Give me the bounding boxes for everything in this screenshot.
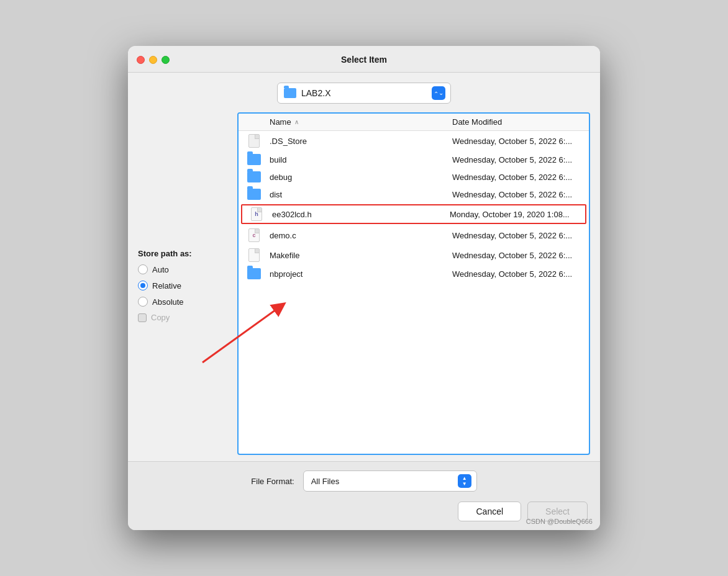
title-bar: Select Item [128,46,600,73]
radio-relative-btn[interactable] [138,281,148,290]
radio-absolute[interactable]: Absolute [138,297,230,307]
col-name-header[interactable]: Name ∧ [239,117,452,127]
c-file-icon: c [248,228,260,242]
checkbox-copy-btn[interactable] [138,313,147,322]
folder-dropdown[interactable]: LAB2.X [277,83,451,104]
button-row: Cancel Select [140,502,588,521]
makefile-icon [248,248,260,262]
watermark: CSDN @DoubleQ666 [526,518,593,525]
radio-auto[interactable]: Auto [138,264,230,274]
folder-file-icon [247,154,261,165]
chevron-updown-icon[interactable] [432,86,445,100]
generic-file-icon [248,134,260,148]
file-date: Monday, October 19, 2020 1:08... [450,210,586,219]
file-name: demo.c [270,231,452,240]
table-row[interactable]: c demo.c Wednesday, October 5, 2022 6:..… [239,225,589,245]
file-icon-col [239,189,270,200]
file-list: .DS_Store Wednesday, October 5, 2022 6:.… [239,131,589,454]
file-date: Wednesday, October 5, 2022 6:... [452,269,589,279]
table-row[interactable]: build Wednesday, October 5, 2022 6:... [239,151,589,168]
file-date: Wednesday, October 5, 2022 6:... [452,190,589,199]
folder-file-icon [247,171,261,182]
select-item-dialog: Select Item LAB2.X Store path as: Auto R… [128,46,600,530]
file-format-row: File Format: All Files ▲ ▼ [140,470,588,492]
radio-auto-label: Auto [152,265,169,274]
file-icon-col [239,171,270,182]
sort-arrow-icon: ∧ [294,119,299,125]
file-name: Makefile [270,251,452,260]
traffic-lights [137,56,170,64]
checkbox-copy-label: Copy [151,313,170,322]
minimize-button[interactable] [149,56,157,64]
file-icon-col [239,154,270,165]
col-date-header: Date Modified [452,117,589,127]
file-icon-col [239,248,270,262]
file-list-header: Name ∧ Date Modified [239,114,589,131]
file-format-chevron-icon[interactable]: ▲ ▼ [458,474,471,488]
folder-icon [284,88,296,98]
file-name: nbproject [270,269,452,279]
table-row-selected[interactable]: h ee302lcd.h Monday, October 19, 2020 1:… [241,204,586,224]
file-format-dropdown[interactable]: All Files ▲ ▼ [303,470,477,492]
dialog-title: Select Item [341,55,387,65]
file-date: Wednesday, October 5, 2022 6:... [452,137,589,146]
radio-absolute-label: Absolute [152,297,184,307]
file-date: Wednesday, October 5, 2022 6:... [452,173,589,182]
folder-file-icon [247,189,261,200]
h-file-icon: h [251,207,262,221]
cancel-button[interactable]: Cancel [458,502,521,521]
file-name: build [270,155,452,164]
store-path-label: Store path as: [138,249,230,258]
close-button[interactable] [137,56,145,64]
checkbox-copy[interactable]: Copy [138,313,230,322]
breadcrumb-area: LAB2.X [128,73,600,112]
radio-auto-btn[interactable] [138,264,148,274]
radio-absolute-btn[interactable] [138,297,148,307]
table-row[interactable]: .DS_Store Wednesday, October 5, 2022 6:.… [239,131,589,151]
table-row[interactable]: dist Wednesday, October 5, 2022 6:... [239,186,589,203]
file-name: dist [270,190,452,199]
file-panel: Name ∧ Date Modified .DS_Store Wednesday… [237,112,590,455]
table-row[interactable]: debug Wednesday, October 5, 2022 6:... [239,168,589,186]
file-icon-col: h [241,207,272,221]
folder-name: LAB2.X [301,88,427,98]
table-row[interactable]: nbproject Wednesday, October 5, 2022 6:.… [239,265,589,282]
radio-relative[interactable]: Relative [138,281,230,290]
file-name: .DS_Store [270,137,452,146]
maximize-button[interactable] [162,56,170,64]
file-date: Wednesday, October 5, 2022 6:... [452,251,589,260]
sidebar: Store path as: Auto Relative Absolute Co… [138,112,237,455]
file-date: Wednesday, October 5, 2022 6:... [452,231,589,240]
radio-relative-label: Relative [152,281,181,290]
folder-file-icon [247,268,261,279]
file-name: ee302lcd.h [272,210,450,219]
file-format-value: All Files [311,477,453,486]
file-date: Wednesday, October 5, 2022 6:... [452,155,589,164]
table-row[interactable]: Makefile Wednesday, October 5, 2022 6:..… [239,245,589,265]
file-icon-col [239,134,270,148]
file-format-label: File Format: [251,477,294,486]
file-name: debug [270,173,452,182]
main-content: Store path as: Auto Relative Absolute Co… [128,112,600,461]
file-icon-col [239,268,270,279]
file-icon-col: c [239,228,270,242]
